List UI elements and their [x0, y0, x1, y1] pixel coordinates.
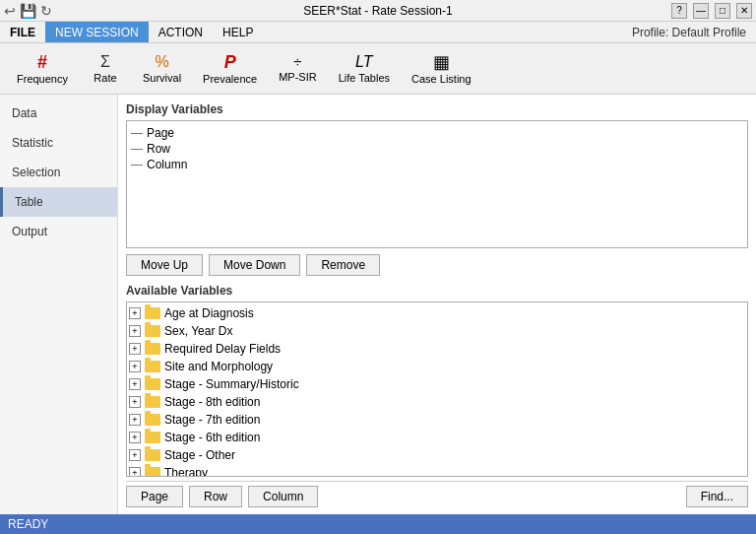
status-bar: READY	[0, 514, 756, 534]
menu-help[interactable]: HELP	[213, 22, 263, 42]
dash-icon-row: —	[131, 142, 143, 156]
toolbar-prevalence[interactable]: P Prevalence	[194, 47, 266, 91]
avail-label-6: Stage - 7th edition	[164, 413, 260, 427]
avail-item-5[interactable]: + Stage - 8th edition	[129, 393, 745, 411]
display-vars-box[interactable]: — Page — Row — Column	[126, 120, 748, 248]
display-var-page[interactable]: — Page	[131, 125, 743, 141]
folder-icon-8	[145, 449, 160, 461]
expand-icon-1[interactable]: +	[129, 325, 141, 337]
avail-label-5: Stage - 8th edition	[164, 395, 260, 409]
minimize-btn[interactable]: —	[693, 3, 709, 19]
toolbar-mpsir[interactable]: ÷ MP-SIR	[270, 47, 326, 91]
toolbar-lifetables[interactable]: LT Life Tables	[330, 47, 399, 91]
expand-icon-7[interactable]: +	[129, 432, 141, 443]
avail-label-0: Age at Diagnosis	[164, 306, 254, 320]
display-var-column-label: Column	[147, 158, 187, 171]
main-layout: Data Statistic Selection Table Output Di…	[0, 95, 756, 514]
find-button[interactable]: Find...	[686, 486, 748, 507]
toolbar: # Frequency Σ Rate % Survival P Prevalen…	[0, 43, 756, 95]
frequency-icon: #	[37, 53, 47, 71]
folder-icon-4	[145, 378, 160, 390]
toolbar-frequency[interactable]: # Frequency	[8, 47, 77, 91]
avail-item-4[interactable]: + Stage - Summary/Historic	[129, 375, 745, 393]
caselisting-label: Case Listing	[411, 73, 472, 85]
avail-item-2[interactable]: + Required Delay Fields	[129, 340, 745, 358]
avail-label-4: Stage - Summary/Historic	[164, 377, 299, 391]
avail-label-3: Site and Morphology	[164, 360, 273, 373]
row-button[interactable]: Row	[189, 486, 242, 507]
expand-icon-6[interactable]: +	[129, 414, 141, 426]
folder-icon-7	[145, 432, 160, 443]
avail-vars-header: Available Variables	[126, 284, 748, 298]
redo-icon[interactable]: ↻	[40, 3, 52, 19]
maximize-btn[interactable]: □	[715, 3, 730, 19]
menu-action[interactable]: ACTION	[149, 22, 213, 42]
display-var-row-label: Row	[147, 142, 170, 156]
app-title: SEER*Stat - Rate Session-1	[303, 4, 452, 18]
avail-vars-box[interactable]: + Age at Diagnosis + Sex, Year Dx + Requ…	[126, 301, 748, 477]
avail-item-7[interactable]: + Stage - 6th edition	[129, 429, 745, 446]
caselisting-icon: ▦	[433, 53, 450, 71]
expand-icon-4[interactable]: +	[129, 378, 141, 390]
mpsir-label: MP-SIR	[279, 71, 317, 83]
rate-icon: Σ	[100, 54, 110, 70]
lifetables-label: Life Tables	[339, 72, 390, 84]
help-btn[interactable]: ?	[671, 3, 687, 19]
nav-table[interactable]: Table	[0, 187, 117, 217]
column-button[interactable]: Column	[248, 486, 318, 507]
close-btn[interactable]: ✕	[736, 3, 752, 19]
move-buttons-row: Move Up Move Down Remove	[126, 254, 748, 276]
nav-statistic[interactable]: Statistic	[0, 128, 117, 158]
frequency-label: Frequency	[17, 73, 68, 85]
folder-icon-1	[145, 325, 160, 337]
toolbar-caselisting[interactable]: ▦ Case Listing	[403, 47, 480, 91]
survival-label: Survival	[143, 72, 181, 84]
avail-item-8[interactable]: + Stage - Other	[129, 446, 745, 464]
survival-icon: %	[155, 54, 168, 70]
avail-label-2: Required Delay Fields	[164, 342, 281, 356]
lifetables-icon: LT	[355, 54, 372, 70]
dash-icon-column: —	[131, 158, 143, 171]
window-controls: ? — □ ✕	[671, 3, 752, 19]
avail-item-6[interactable]: + Stage - 7th edition	[129, 411, 745, 429]
toolbar-icons: ↩ 💾 ↻	[4, 3, 52, 19]
avail-label-9: Therapy	[164, 466, 208, 477]
title-bar: ↩ 💾 ↻ SEER*Stat - Rate Session-1 ? — □ ✕	[0, 0, 756, 22]
move-down-button[interactable]: Move Down	[209, 254, 300, 276]
dash-icon-page: —	[131, 126, 143, 140]
page-button[interactable]: Page	[126, 486, 183, 507]
folder-icon-5	[145, 396, 160, 408]
expand-icon-2[interactable]: +	[129, 343, 141, 355]
avail-label-7: Stage - 6th edition	[164, 431, 260, 444]
expand-icon-3[interactable]: +	[129, 361, 141, 372]
display-var-row[interactable]: — Row	[131, 141, 743, 157]
folder-icon-0	[145, 307, 160, 319]
folder-icon-6	[145, 414, 160, 426]
toolbar-survival[interactable]: % Survival	[134, 47, 190, 91]
move-up-button[interactable]: Move Up	[126, 254, 203, 276]
menu-file[interactable]: FILE	[0, 22, 45, 42]
avail-label-1: Sex, Year Dx	[164, 324, 232, 338]
nav-data[interactable]: Data	[0, 99, 117, 128]
avail-item-1[interactable]: + Sex, Year Dx	[129, 322, 745, 340]
expand-icon-9[interactable]: +	[129, 467, 141, 477]
toolbar-rate[interactable]: Σ Rate	[81, 47, 130, 91]
expand-icon-0[interactable]: +	[129, 307, 141, 319]
save-icon[interactable]: 💾	[20, 3, 36, 19]
expand-icon-8[interactable]: +	[129, 449, 141, 461]
prevalence-label: Prevalence	[203, 73, 257, 85]
folder-icon-2	[145, 343, 160, 355]
bottom-bar: Page Row Column Find...	[126, 481, 748, 511]
remove-button[interactable]: Remove	[306, 254, 380, 276]
avail-item-9[interactable]: + Therapy	[129, 464, 745, 477]
undo-icon[interactable]: ↩	[4, 3, 16, 19]
profile-label: Profile: Default Profile	[632, 26, 756, 39]
menu-new-session[interactable]: NEW SESSION	[45, 22, 149, 42]
nav-output[interactable]: Output	[0, 217, 117, 246]
nav-selection[interactable]: Selection	[0, 158, 117, 187]
avail-item-0[interactable]: + Age at Diagnosis	[129, 304, 745, 322]
expand-icon-5[interactable]: +	[129, 396, 141, 408]
prevalence-icon: P	[224, 53, 236, 71]
display-var-column[interactable]: — Column	[131, 157, 743, 172]
avail-item-3[interactable]: + Site and Morphology	[129, 358, 745, 375]
